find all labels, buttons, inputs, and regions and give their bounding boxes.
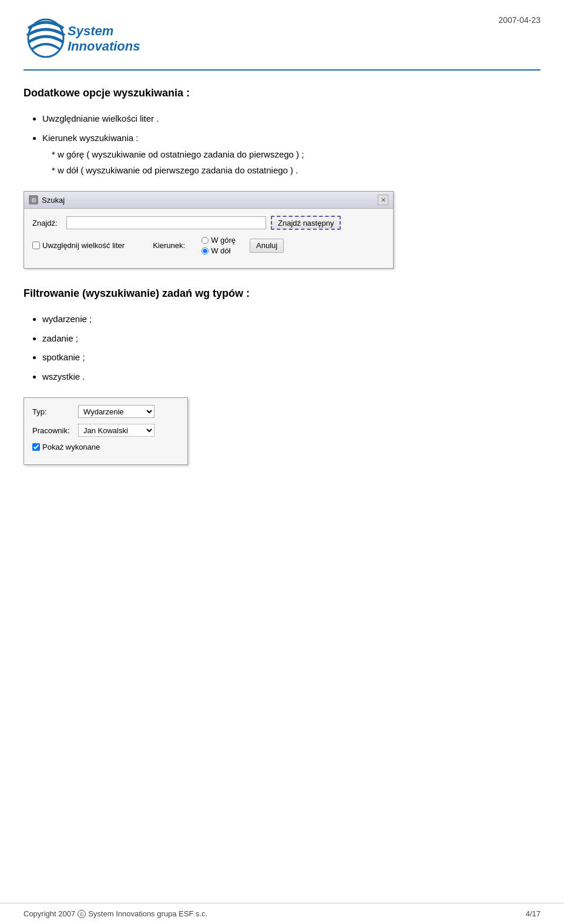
page-footer: Copyright 2007 © System Innovations grup… (0, 903, 564, 924)
document-date: 2007-04-23 (498, 11, 540, 25)
direction-down-option: W dół (202, 246, 236, 255)
direction-group: W górę W dół (202, 236, 236, 255)
bullet-item-2: Kierunek wyszukiwania : w górę ( wyszuki… (42, 132, 540, 178)
search-dialog-screenshot: ⚙ Szukaj ✕ Znajdź: Znajdź następny Uwzgl… (24, 191, 394, 269)
sub-bullet-down: w dół ( wyszukiwanie od pierwszego zadan… (52, 164, 540, 178)
logo-area: System Innovations (24, 11, 141, 63)
show-done-label: Pokaż wykonane (32, 443, 100, 451)
direction-up-label: W górę (211, 236, 236, 245)
footer-copyright: Copyright 2007 © System Innovations grup… (24, 909, 207, 918)
find-input[interactable] (66, 216, 266, 229)
options-row: Uwzględnij wielkość liter Kierunek: W gó… (32, 236, 385, 255)
worker-row: Pracownik: Jan Kowalski (32, 424, 179, 437)
copyright-symbol: © (78, 910, 86, 918)
direction-up-radio[interactable] (202, 237, 209, 244)
worker-label: Pracownik: (32, 426, 73, 435)
filter-bullet-3: spotkanie ; (42, 351, 540, 364)
section1-bullet-list: Uwzględnianie wielkości liter . Kierunek… (24, 112, 540, 177)
direction-label: Kierunek: (153, 241, 191, 250)
svg-text:System: System (68, 24, 113, 38)
dialog-close-button[interactable]: ✕ (378, 195, 388, 205)
direction-down-radio[interactable] (202, 247, 209, 255)
dialog-body: Znajdź: Znajdź następny Uwzględnij wielk… (24, 209, 393, 268)
filter-dialog-screenshot: Typ: Wydarzenie Pracownik: Jan Kowalski (24, 397, 188, 465)
type-label: Typ: (32, 407, 73, 416)
direction-up-option: W górę (202, 236, 236, 245)
bullet-item-1: Uwzględnianie wielkości liter . (42, 112, 540, 126)
dialog-title: Szukaj (42, 196, 65, 205)
show-done-text: Pokaż wykonane (42, 443, 100, 451)
case-checkbox-label: Uwzględnij wielkość liter (32, 241, 125, 250)
section1-title: Dodatkowe opcje wyszukiwania : (24, 87, 540, 99)
copyright-text: Copyright 2007 (24, 909, 75, 918)
svg-text:Innovations: Innovations (68, 39, 140, 53)
section2-bullet-list: wydarzenie ; zadanie ; spotkanie ; wszys… (24, 313, 540, 383)
find-next-button[interactable]: Znajdź następny (271, 216, 341, 230)
filter-bullet-2: zadanie ; (42, 332, 540, 346)
main-content: Dodatkowe opcje wyszukiwania : Uwzględni… (24, 87, 540, 924)
company-logo: System Innovations (24, 11, 141, 63)
page-header: System Innovations 2007-04-23 (24, 0, 540, 71)
cancel-button[interactable]: Anuluj (250, 239, 284, 253)
dialog-title-area: ⚙ Szukaj (29, 195, 65, 205)
page-number: 4/17 (526, 909, 540, 918)
dialog-titlebar: ⚙ Szukaj ✕ (24, 192, 393, 209)
footer-company: System Innovations grupa ESF s.c. (88, 909, 207, 918)
show-done-row: Pokaż wykonane (32, 443, 179, 451)
section2-title: Filtrowanie (wyszukiwanie) zadań wg typó… (24, 287, 540, 300)
sub-bullet-list: w górę ( wyszukiwanie od ostatniego zada… (42, 148, 540, 177)
case-checkbox[interactable] (32, 242, 40, 249)
show-done-checkbox[interactable] (32, 443, 40, 451)
filter-bullet-4: wszystkie . (42, 370, 540, 384)
sub-bullet-up: w górę ( wyszukiwanie od ostatniego zada… (52, 148, 540, 162)
filter-body: Typ: Wydarzenie Pracownik: Jan Kowalski (24, 398, 187, 464)
dialog-icon: ⚙ (29, 195, 38, 205)
case-label: Uwzględnij wielkość liter (42, 241, 125, 250)
direction-down-label: W dół (211, 246, 230, 255)
filter-bullet-1: wydarzenie ; (42, 313, 540, 326)
type-row: Typ: Wydarzenie (32, 405, 179, 418)
worker-select[interactable]: Jan Kowalski (78, 424, 155, 437)
find-label: Znajdź: (32, 219, 62, 227)
find-row: Znajdź: Znajdź następny (32, 216, 385, 230)
type-select[interactable]: Wydarzenie (78, 405, 155, 418)
